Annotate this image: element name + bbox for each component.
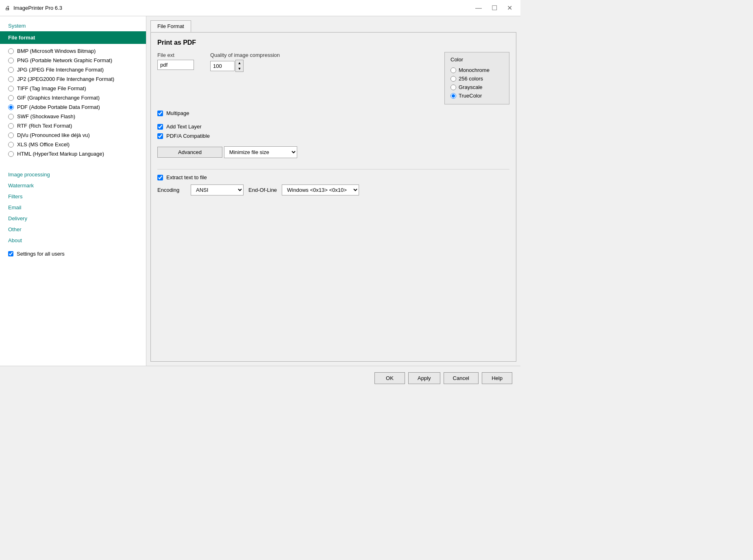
label-tiff: TIFF (Tag Image File Format) [17, 85, 86, 91]
pdfa-row[interactable]: PDF/A Compatible [157, 133, 509, 139]
radio-xls[interactable] [8, 142, 14, 148]
format-jpg[interactable]: JPG (JPEG File Interchange Format) [0, 65, 146, 74]
multipage-checkbox[interactable] [157, 111, 163, 116]
radio-tiff[interactable] [8, 86, 14, 91]
radio-swf[interactable] [8, 114, 14, 119]
panel-title: Print as PDF [157, 39, 509, 46]
radio-truecolor[interactable] [450, 93, 456, 99]
radio-png[interactable] [8, 58, 14, 63]
quality-group: Quality of image compression ▲ ▼ [210, 52, 280, 72]
format-rtf[interactable]: RTF (Rich Text Format) [0, 121, 146, 130]
file-ext-input[interactable] [157, 60, 194, 70]
radio-jpg[interactable] [8, 67, 14, 73]
label-256colors: 256 colors [459, 76, 483, 82]
sidebar-spacer [0, 161, 146, 167]
format-tiff[interactable]: TIFF (Tag Image File Format) [0, 84, 146, 93]
label-rtf: RTF (Rich Text Format) [17, 123, 72, 129]
main-content: System File format BMP (Microsoft Window… [0, 16, 520, 366]
sidebar-other-link[interactable]: Other [0, 224, 146, 235]
radio-pdf[interactable] [8, 104, 14, 110]
panel-content: Print as PDF File ext Quality of image c… [150, 33, 516, 362]
sidebar-system-link[interactable]: System [0, 20, 146, 31]
quality-spinner: ▲ ▼ [235, 60, 244, 72]
radio-grayscale[interactable] [450, 85, 456, 90]
format-xls[interactable]: XLS (MS Office Excel) [0, 140, 146, 149]
label-html: HTML (HyperText Markup Language) [17, 151, 104, 157]
color-monochrome[interactable]: Monochrome [450, 66, 503, 74]
format-bmp[interactable]: BMP (Microsoft Windows Bitmap) [0, 46, 146, 56]
label-xls: XLS (MS Office Excel) [17, 141, 70, 148]
app-title: ImagePrinter Pro 6.3 [13, 5, 62, 11]
radio-bmp[interactable] [8, 48, 14, 54]
settings-for-all-users-checkbox[interactable] [8, 251, 13, 256]
radio-gif[interactable] [8, 95, 14, 101]
tab-bar: File Format [150, 20, 516, 33]
advanced-button[interactable]: Advanced [157, 147, 222, 158]
encoding-row: Encoding ANSI UTF-8 Unicode End-Of-Line … [157, 184, 509, 195]
add-text-layer-checkbox[interactable] [157, 124, 163, 130]
radio-jp2[interactable] [8, 76, 14, 82]
color-grayscale[interactable]: Grayscale [450, 83, 503, 91]
format-gif[interactable]: GIF (Graphics Interchange Format) [0, 93, 146, 102]
label-monochrome: Monochrome [459, 67, 490, 73]
sidebar-about-link[interactable]: About [0, 235, 146, 246]
extract-text-row[interactable]: Extract text to file [157, 174, 509, 180]
format-jp2[interactable]: JP2 (JPEG2000 File Interchange Format) [0, 74, 146, 84]
format-html[interactable]: HTML (HyperText Markup Language) [0, 149, 146, 158]
radio-monochrome[interactable] [450, 67, 456, 73]
apply-button[interactable]: Apply [408, 372, 440, 384]
pdfa-label: PDF/A Compatible [166, 133, 210, 139]
format-swf[interactable]: SWF (Shockwave Flash) [0, 112, 146, 121]
titlebar-controls: — ☐ ✕ [472, 3, 516, 13]
sidebar-delivery-link[interactable]: Delivery [0, 213, 146, 224]
eol-label: End-Of-Line [248, 187, 277, 193]
maximize-button[interactable]: ☐ [488, 3, 501, 13]
radio-256colors[interactable] [450, 76, 456, 82]
sidebar-file-format-active[interactable]: File format [0, 31, 146, 44]
quality-input[interactable] [210, 61, 235, 71]
encoding-label: Encoding [157, 187, 186, 193]
add-text-layer-label: Add Text Layer [166, 124, 201, 130]
minimize-button[interactable]: — [472, 4, 485, 13]
label-jpg: JPG (JPEG File Interchange Format) [17, 67, 104, 73]
encoding-select[interactable]: ANSI UTF-8 Unicode [191, 184, 244, 195]
format-pdf[interactable]: PDF (Adobe Portable Data Format) [0, 102, 146, 112]
add-text-layer-row[interactable]: Add Text Layer [157, 124, 509, 130]
extract-section: Extract text to file Encoding ANSI UTF-8… [157, 169, 509, 195]
multipage-row[interactable]: Multipage [157, 110, 509, 116]
quality-down-button[interactable]: ▼ [236, 66, 243, 72]
close-button[interactable]: ✕ [504, 3, 516, 13]
color-box: Color Monochrome 256 colors Grayscale [444, 52, 509, 104]
tab-file-format[interactable]: File Format [150, 20, 191, 32]
app-icon: 🖨 [5, 5, 10, 11]
cancel-button[interactable]: Cancel [444, 372, 479, 384]
sidebar: System File format BMP (Microsoft Window… [0, 16, 146, 366]
file-ext-label: File ext [157, 52, 194, 58]
radio-html[interactable] [8, 151, 14, 157]
quality-input-group: ▲ ▼ [210, 60, 280, 72]
radio-rtf[interactable] [8, 123, 14, 129]
file-size-select[interactable]: Minimize file size Normal Maximize quali… [224, 146, 297, 158]
help-button[interactable]: Help [482, 372, 512, 384]
ok-button[interactable]: OK [374, 372, 405, 384]
color-section: Color Monochrome 256 colors Grayscale [444, 52, 509, 104]
label-png: PNG (Portable Network Graphic Format) [17, 57, 112, 63]
sidebar-filters-link[interactable]: Filters [0, 191, 146, 202]
format-png[interactable]: PNG (Portable Network Graphic Format) [0, 56, 146, 65]
format-djvu[interactable]: DjVu (Pronounced like déjà vu) [0, 130, 146, 140]
sidebar-email-link[interactable]: Email [0, 202, 146, 213]
settings-for-all-users-row: Settings for all users [0, 247, 146, 260]
radio-djvu[interactable] [8, 132, 14, 138]
format-radio-list: BMP (Microsoft Windows Bitmap) PNG (Port… [0, 44, 146, 161]
sidebar-watermark-link[interactable]: Watermark [0, 180, 146, 191]
extract-text-checkbox[interactable] [157, 175, 163, 180]
label-grayscale: Grayscale [459, 84, 483, 90]
color-256colors[interactable]: 256 colors [450, 74, 503, 83]
label-djvu: DjVu (Pronounced like déjà vu) [17, 132, 90, 138]
extract-text-label: Extract text to file [166, 174, 207, 180]
sidebar-image-processing-link[interactable]: Image processing [0, 169, 146, 180]
color-truecolor[interactable]: TrueColor [450, 91, 503, 100]
pdfa-checkbox[interactable] [157, 133, 163, 139]
quality-up-button[interactable]: ▲ [236, 60, 243, 66]
eol-select[interactable]: Windows <0x13> <0x10> Unix <0x10> Mac <0… [282, 184, 359, 195]
